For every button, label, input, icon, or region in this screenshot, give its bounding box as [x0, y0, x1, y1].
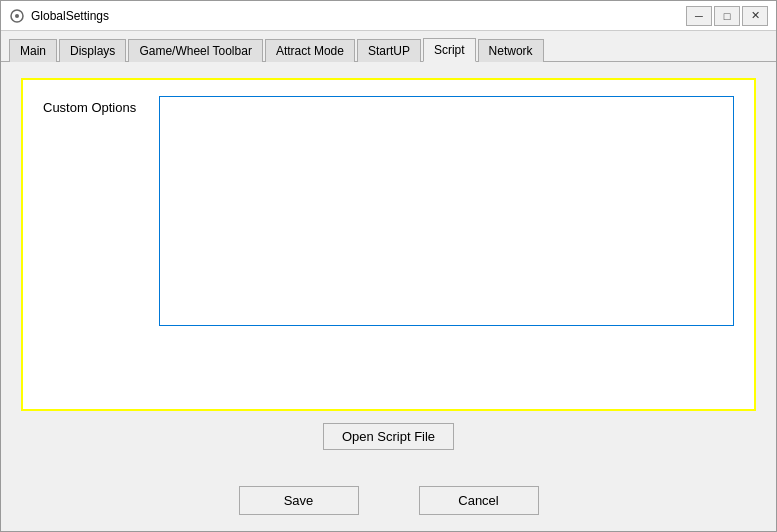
- cancel-button[interactable]: Cancel: [419, 486, 539, 515]
- tab-script[interactable]: Script: [423, 38, 476, 62]
- tab-game-wheel-toolbar[interactable]: Game/Wheel Toolbar: [128, 39, 263, 62]
- tab-bar: Main Displays Game/Wheel Toolbar Attract…: [1, 31, 776, 62]
- tab-network[interactable]: Network: [478, 39, 544, 62]
- main-window: GlobalSettings ─ □ ✕ Main Displays Game/…: [0, 0, 777, 532]
- tab-startup[interactable]: StartUP: [357, 39, 421, 62]
- tab-displays[interactable]: Displays: [59, 39, 126, 62]
- footer: Save Cancel: [1, 474, 776, 531]
- tab-attract-mode[interactable]: Attract Mode: [265, 39, 355, 62]
- custom-options-textarea[interactable]: [159, 96, 734, 326]
- close-button[interactable]: ✕: [742, 6, 768, 26]
- open-script-button-row: Open Script File: [21, 411, 756, 458]
- window-title: GlobalSettings: [31, 9, 109, 23]
- open-script-file-button[interactable]: Open Script File: [323, 423, 454, 450]
- title-buttons: ─ □ ✕: [686, 6, 768, 26]
- form-area: Custom Options: [21, 78, 756, 411]
- tab-main[interactable]: Main: [9, 39, 57, 62]
- title-bar-left: GlobalSettings: [9, 8, 109, 24]
- save-button[interactable]: Save: [239, 486, 359, 515]
- custom-options-label: Custom Options: [43, 96, 143, 115]
- title-bar: GlobalSettings ─ □ ✕: [1, 1, 776, 31]
- content-area: Custom Options Open Script File: [1, 62, 776, 474]
- minimize-button[interactable]: ─: [686, 6, 712, 26]
- app-icon: [9, 8, 25, 24]
- svg-point-1: [15, 14, 19, 18]
- maximize-button[interactable]: □: [714, 6, 740, 26]
